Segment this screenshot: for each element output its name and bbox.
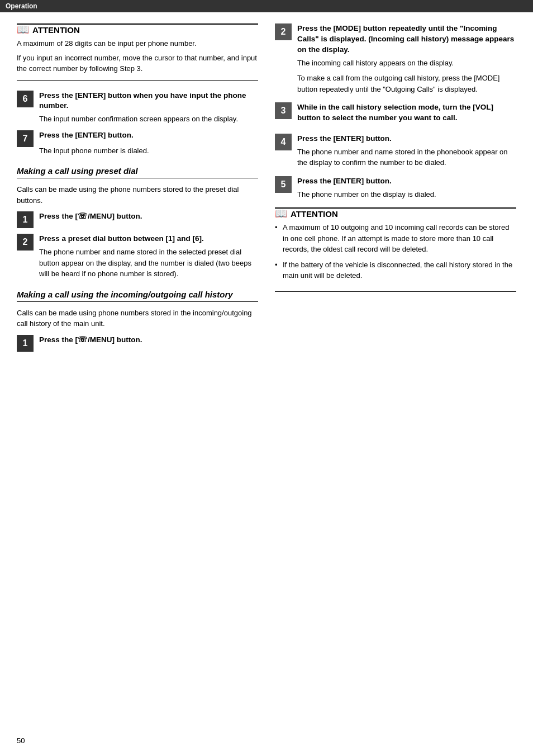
attention-2-list: A maximum of 10 outgoing and 10 incoming… bbox=[275, 222, 516, 281]
step-1b-content: Press the [☏/MENU] button. bbox=[39, 335, 258, 348]
attention-2-item-1: A maximum of 10 outgoing and 10 incoming… bbox=[275, 222, 516, 255]
step-2b-block: 2 Press the [MODE] button repeatedly unt… bbox=[275, 23, 516, 94]
step-1a-num: 1 bbox=[17, 211, 34, 228]
page-number: 50 bbox=[17, 736, 25, 745]
attention-icon-2: 📖 bbox=[275, 209, 287, 219]
step-3-content: While in the call history selection mode… bbox=[297, 102, 516, 126]
step-3-num: 3 bbox=[275, 102, 292, 119]
section-preset-dial-intro: Calls can be made using the phone number… bbox=[17, 184, 258, 206]
step-2b-body1: The incoming call history appears on the… bbox=[297, 58, 516, 69]
step-1b-num: 1 bbox=[17, 335, 34, 352]
section-preset-dial-divider bbox=[17, 178, 258, 178]
step-2b-title: Press the [MODE] button repeatedly until… bbox=[297, 23, 516, 55]
step-1a-title: Press the [☏/MENU] button. bbox=[39, 211, 258, 222]
step-4-block: 4 Press the [ENTER] button. The phone nu… bbox=[275, 134, 516, 168]
step-2b-body2: To make a call from the outgoing call hi… bbox=[297, 73, 516, 94]
step-1b-title: Press the [☏/MENU] button. bbox=[39, 335, 258, 346]
attention-title-1: 📖 ATTENTION bbox=[17, 25, 258, 35]
step-5-content: Press the [ENTER] button. The phone numb… bbox=[297, 176, 516, 200]
step-2a-body: The phone number and name stored in the … bbox=[39, 247, 258, 280]
step-1a-block: 1 Press the [☏/MENU] button. bbox=[17, 211, 258, 228]
step-6-title: Press the [ENTER] button when you have i… bbox=[39, 91, 258, 112]
section-preset-dial-title: Making a call using preset dial bbox=[17, 166, 258, 176]
step-2b-content: Press the [MODE] button repeatedly until… bbox=[297, 23, 516, 94]
attention-body-1: A maximum of 28 digits can be input per … bbox=[17, 38, 258, 74]
step-7-block: 7 Press the [ENTER] button. The input ph… bbox=[17, 130, 258, 156]
section-history-intro: Calls can be made using phone numbers st… bbox=[17, 308, 258, 329]
step-6-body: The input number confirmation screen app… bbox=[39, 114, 258, 125]
step-5-num: 5 bbox=[275, 176, 292, 193]
attention-title-2: 📖 ATTENTION bbox=[275, 209, 516, 219]
step-4-num: 4 bbox=[275, 134, 292, 150]
step-2a-num: 2 bbox=[17, 234, 34, 251]
step-2a-content: Press a preset dial button between [1] a… bbox=[39, 234, 258, 279]
step-2a-title: Press a preset dial button between [1] a… bbox=[39, 234, 258, 244]
right-column: 2 Press the [MODE] button repeatedly unt… bbox=[275, 23, 516, 357]
attention-box-2: 📖 ATTENTION A maximum of 10 outgoing and… bbox=[275, 207, 516, 292]
attention-2-item-2: If the battery of the vehicle is disconn… bbox=[275, 259, 516, 281]
step-4-content: Press the [ENTER] button. The phone numb… bbox=[297, 134, 516, 168]
step-4-body: The phone number and name stored in the … bbox=[297, 147, 516, 168]
step-5-block: 5 Press the [ENTER] button. The phone nu… bbox=[275, 176, 516, 200]
step-5-title: Press the [ENTER] button. bbox=[297, 176, 516, 187]
step-5-body: The phone number on the display is diale… bbox=[297, 189, 516, 200]
step-6-block: 6 Press the [ENTER] button when you have… bbox=[17, 91, 258, 125]
step-6-num: 6 bbox=[17, 91, 34, 107]
step-2b-num: 2 bbox=[275, 23, 292, 40]
header-label: Operation bbox=[6, 2, 37, 10]
left-column: 📖 ATTENTION A maximum of 28 digits can b… bbox=[17, 23, 258, 357]
step-3-block: 3 While in the call history selection mo… bbox=[275, 102, 516, 126]
section-history-title: Making a call using the incoming/outgoin… bbox=[17, 290, 258, 299]
section-history-divider bbox=[17, 301, 258, 302]
step-7-body: The input phone number is dialed. bbox=[39, 145, 258, 157]
attention-box-1: 📖 ATTENTION A maximum of 28 digits can b… bbox=[17, 23, 258, 81]
step-7-content: Press the [ENTER] button. The input phon… bbox=[39, 130, 258, 156]
attention-icon-1: 📖 bbox=[17, 25, 29, 35]
step-2a-block: 2 Press a preset dial button between [1]… bbox=[17, 234, 258, 279]
step-1b-block: 1 Press the [☏/MENU] button. bbox=[17, 335, 258, 352]
header-bar: Operation bbox=[0, 0, 533, 12]
step-6-content: Press the [ENTER] button when you have i… bbox=[39, 91, 258, 125]
step-1a-content: Press the [☏/MENU] button. bbox=[39, 211, 258, 224]
step-7-title: Press the [ENTER] button. bbox=[39, 130, 258, 141]
step-3-title: While in the call history selection mode… bbox=[297, 102, 516, 124]
step-4-title: Press the [ENTER] button. bbox=[297, 134, 516, 144]
step-7-num: 7 bbox=[17, 130, 34, 147]
